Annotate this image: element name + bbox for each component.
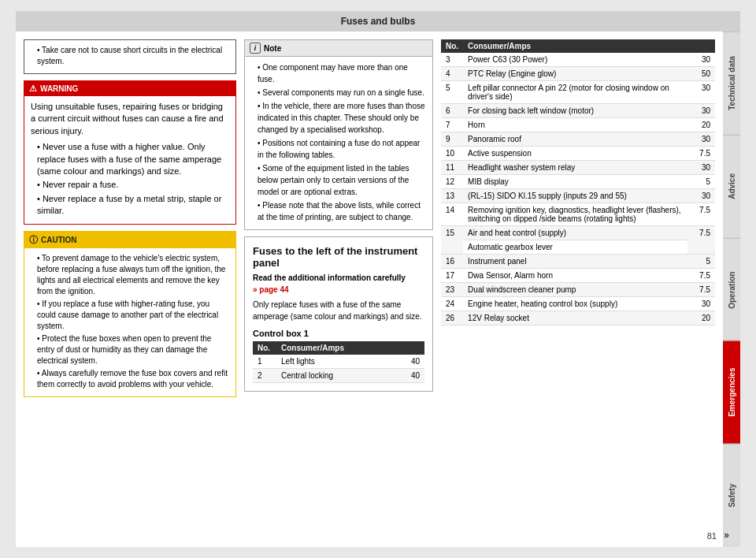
note-bullet6: Please note that the above lists, while …: [258, 199, 426, 223]
cell-no: 23: [441, 283, 463, 297]
cell-consumer: PTC Relay (Engine glow): [463, 67, 687, 81]
caution-bullet3: Protect the fuse boxes when open to prev…: [37, 333, 229, 366]
page-title: Fuses and bulbs: [341, 16, 416, 27]
cell-consumer: Air and heat control (supply): [463, 226, 687, 240]
cell-amps: 40: [397, 369, 424, 383]
cell-no: 24: [441, 297, 463, 311]
tab-advice[interactable]: Advice: [723, 135, 740, 238]
cell-consumer: Central locking: [276, 369, 397, 383]
warning-bullet3: Never replace a fuse by a metal strip, s…: [37, 193, 229, 218]
warning-content: Using unsuitable fuses, repairing fuses …: [24, 96, 235, 224]
cell-no: 16: [441, 255, 463, 269]
fuses-link[interactable]: » page 44: [253, 285, 289, 294]
note-bullet2: Several components may run on a single f…: [258, 87, 426, 99]
cell-no: 26: [441, 311, 463, 326]
table-row: 10 Active suspension 7.5: [441, 147, 715, 161]
cell-consumer: Active suspension: [463, 147, 687, 161]
cell-consumer: Left pillar connector A pin 22 (motor fo…: [463, 81, 687, 104]
table-row: 3 Power C63 (30 Power) 30: [441, 53, 715, 67]
middle-column: i Note One component may have more than …: [244, 39, 433, 539]
tab-operation[interactable]: Operation: [723, 238, 740, 341]
cell-consumer: (RL-15) SIDO Kl.15 supply (inputs 29 and…: [463, 189, 687, 203]
table-row: 14 Removing ignition key, diagnostics, h…: [441, 203, 715, 226]
cell-amps: 30: [687, 297, 715, 311]
note-bullet5: Some of the equipment listed in the tabl…: [258, 162, 426, 198]
cell-amps: 30: [687, 161, 715, 175]
caution-bullet4: Always carefully remove the fuse box cov…: [37, 368, 229, 390]
cell-amps: 20: [687, 311, 715, 326]
col-header-consumer: Consumer/Amps: [276, 341, 397, 355]
note-bullet1: One component may have more than one fus…: [258, 61, 426, 85]
cell-no: 9: [441, 132, 463, 147]
note-header: i Note: [245, 40, 432, 57]
fuses-subtitle: Read the additional information carefull…: [253, 273, 424, 282]
fuses-title: Fuses to the left of the instrument pane…: [253, 245, 424, 269]
cell-amps: 30: [687, 132, 715, 147]
cell-consumer: Dual windscreen cleaner pump: [463, 283, 687, 297]
caution-content: To prevent damage to the vehicle's elect…: [24, 248, 235, 396]
table-row: 23 Dual windscreen cleaner pump 7.5: [441, 283, 715, 297]
cell-no: 17: [441, 269, 463, 283]
warning-body: Using unsuitable fuses, repairing fuses …: [31, 101, 229, 137]
note-icon: i: [250, 43, 261, 54]
cell-no: 5: [441, 81, 463, 104]
table-row: 15 Air and heat control (supply) 7.5: [441, 226, 715, 240]
side-tabs: Technical data Advice Operation Emergenc…: [723, 32, 740, 547]
cell-no: 13: [441, 189, 463, 203]
table-row: 1 Left lights 40: [253, 355, 424, 369]
warning-bullet2: Never repair a fuse.: [37, 179, 229, 191]
table-row: 9 Panoramic roof 30: [441, 132, 715, 147]
short-circuit-text: Take care not to cause short circuits in…: [37, 45, 229, 67]
cell-amps: 30: [687, 189, 715, 203]
cell-no: 6: [441, 104, 463, 118]
note-content: One component may have more than one fus…: [245, 57, 432, 229]
page-header: Fuses and bulbs: [16, 11, 740, 32]
cell-consumer: Dwa Sensor, Alarm horn: [463, 269, 687, 283]
table-row: 24 Engine heater, heating control box (s…: [441, 297, 715, 311]
caution-bullet2: If you replace a fuse with higher-rating…: [37, 299, 229, 332]
cell-no: 4: [441, 67, 463, 81]
main-col-amps: [687, 39, 715, 53]
cell-amps: 5: [687, 255, 715, 269]
cell-no: 11: [441, 161, 463, 175]
cell-consumer: Power C63 (30 Power): [463, 53, 687, 67]
fuses-body: Only replace fuses with a fuse of the sa…: [253, 299, 424, 322]
note-box: i Note One component may have more than …: [244, 39, 433, 230]
cell-amps: 30: [687, 81, 715, 104]
cell-no: 1: [253, 355, 276, 369]
tab-technical-data[interactable]: Technical data: [723, 32, 740, 135]
table-row: 7 Horn 20: [441, 118, 715, 132]
cell-no: 3: [441, 53, 463, 67]
caution-box: ⓘ CAUTION To prevent damage to the vehic…: [24, 231, 236, 397]
note-title: Note: [264, 44, 281, 53]
main-fuse-table: No. Consumer/Amps 3 Power C63 (30 Power)…: [441, 39, 715, 326]
cell-consumer: For closing back left window (motor): [463, 104, 687, 118]
caution-icon: ⓘ: [29, 234, 38, 246]
cell-no: 14: [441, 203, 463, 226]
caution-title: CAUTION: [41, 236, 77, 244]
cell-no: 10: [441, 147, 463, 161]
cell-no: 12: [441, 175, 463, 189]
warning-box: ⚠ WARNING Using unsuitable fuses, repair…: [24, 80, 236, 225]
cell-consumer: Instrument panel: [463, 255, 687, 269]
warning-bullet1: Never use a fuse with a higher value. On…: [37, 141, 229, 177]
left-column: Take care not to cause short circuits in…: [24, 39, 236, 539]
table-row: Automatic gearbox lever: [441, 240, 715, 255]
cell-amps: 20: [687, 118, 715, 132]
cell-amps: 7.5: [687, 269, 715, 283]
cell-consumer: Horn: [463, 118, 687, 132]
cell-no: 2: [253, 369, 276, 383]
warning-title: WARNING: [40, 84, 78, 93]
control-box-1-table: No. Consumer/Amps 1 Left lights 40 2 Cen…: [253, 341, 424, 383]
note-bullet3: In the vehicle, there are more fuses tha…: [258, 100, 426, 136]
caution-bullet1: To prevent damage to the vehicle's elect…: [37, 253, 229, 297]
cell-amps: 7.5: [687, 226, 715, 255]
col-header-amps: [397, 341, 424, 355]
cell-consumer: Panoramic roof: [463, 132, 687, 147]
col-header-no: No.: [253, 341, 276, 355]
warning-header: ⚠ WARNING: [24, 81, 235, 96]
table-row: 16 Instrument panel 5: [441, 255, 715, 269]
cell-amps: 30: [687, 53, 715, 67]
tab-emergencies[interactable]: Emergencies: [723, 340, 740, 444]
caution-header: ⓘ CAUTION: [24, 232, 235, 248]
